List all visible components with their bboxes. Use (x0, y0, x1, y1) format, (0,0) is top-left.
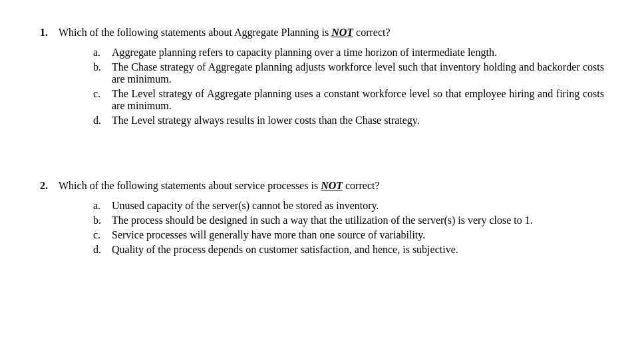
question-1-option-a: a. Aggregate planning refers to capacity… (93, 47, 604, 59)
option-1c-text: The Level strategy of Aggregate planning… (112, 88, 604, 112)
option-1b-letter: b. (93, 61, 112, 73)
question-1-text: Which of the following statements about … (59, 27, 604, 39)
question-2-not: NOT (321, 180, 343, 191)
option-2c-text: Service processes will generally have mo… (112, 229, 604, 241)
option-1d-text: The Level strategy always results in low… (112, 115, 604, 127)
option-1a-letter: a. (93, 47, 112, 59)
option-2d-letter: d. (93, 244, 112, 256)
question-1-option-d: d. The Level strategy always results in … (93, 115, 604, 127)
question-2-number: 2. (40, 180, 59, 192)
question-2-text-before: Which of the following statements about … (59, 180, 321, 191)
option-2b-letter: b. (93, 214, 112, 226)
question-1: 1. Which of the following statements abo… (40, 27, 604, 127)
question-2: 2. Which of the following statements abo… (40, 180, 604, 256)
option-2a-letter: a. (93, 200, 112, 212)
question-1-option-b: b. The Chase strategy of Aggregate plann… (93, 61, 604, 85)
question-2-option-a: a. Unused capacity of the server(s) cann… (93, 200, 604, 212)
option-1c-letter: c. (93, 88, 112, 100)
option-2d-text: Quality of the process depends on custom… (112, 244, 604, 256)
question-1-options: a. Aggregate planning refers to capacity… (40, 47, 604, 127)
option-2b-text: The process should be designed in such a… (112, 214, 604, 226)
question-1-not: NOT (331, 27, 353, 38)
question-2-text-after: correct? (343, 180, 380, 191)
option-1b-text: The Chase strategy of Aggregate planning… (112, 61, 604, 85)
option-2c-letter: c. (93, 229, 112, 241)
option-1a-text: Aggregate planning refers to capacity pl… (112, 47, 604, 59)
spacer (40, 153, 604, 180)
question-2-option-c: c. Service processes will generally have… (93, 229, 604, 241)
page-content: 1. Which of the following statements abo… (40, 27, 604, 256)
question-2-text: Which of the following statements about … (59, 180, 604, 192)
question-1-text-before: Which of the following statements about … (59, 27, 331, 38)
option-1d-letter: d. (93, 115, 112, 127)
question-2-option-d: d. Quality of the process depends on cus… (93, 244, 604, 256)
question-1-text-after: correct? (353, 27, 391, 38)
question-1-number: 1. (40, 27, 59, 39)
question-1-option-c: c. The Level strategy of Aggregate plann… (93, 88, 604, 112)
question-2-option-b: b. The process should be designed in suc… (93, 214, 604, 226)
question-2-options: a. Unused capacity of the server(s) cann… (40, 200, 604, 256)
option-2a-text: Unused capacity of the server(s) cannot … (112, 200, 604, 212)
